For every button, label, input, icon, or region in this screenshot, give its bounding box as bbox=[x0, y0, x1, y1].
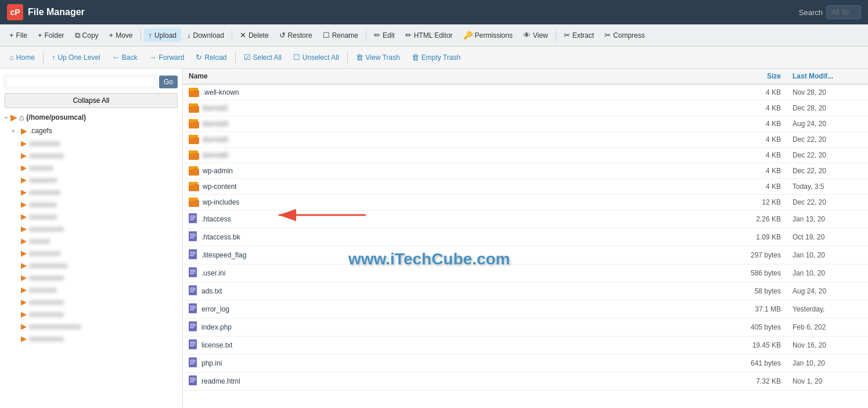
file-name-text: php.ini bbox=[201, 359, 222, 367]
table-row[interactable]: blurred2 4 KB Dec 28, 20 bbox=[183, 101, 868, 116]
unselect-all-icon: ☐ bbox=[293, 53, 300, 62]
folder-button[interactable]: + Folder bbox=[33, 28, 69, 42]
svg-rect-39 bbox=[190, 309, 194, 310]
back-button[interactable]: ← Back bbox=[107, 51, 142, 64]
tree-item-blurred-2[interactable]: ▶ xxxxxxxxxx bbox=[0, 149, 182, 162]
table-row[interactable]: .htaccess.bk 1.09 KB Oct 19, 20 bbox=[183, 228, 868, 246]
restore-button[interactable]: ↺ Restore bbox=[275, 28, 317, 42]
edit-button[interactable]: ✏ Edit bbox=[369, 28, 399, 42]
file-icon bbox=[189, 267, 197, 279]
table-row[interactable]: .user.ini 586 bytes Jan 10, 20 bbox=[183, 264, 868, 282]
file-name-cell: blurred5 bbox=[183, 148, 729, 163]
tree-item-blurred-8[interactable]: ▶ xxxxxxxxxx bbox=[0, 223, 182, 235]
file-name-cell: .user.ini bbox=[183, 264, 729, 282]
blurred-label-5: xxxxxxxxx bbox=[29, 188, 60, 196]
file-icon bbox=[189, 249, 197, 261]
tree-item-blurred-9[interactable]: ▶ xxxxxx bbox=[0, 235, 182, 247]
empty-trash-button[interactable]: 🗑 Empty Trash bbox=[407, 51, 465, 64]
tree-item-blurred-13[interactable]: ▶ xxxxxxxx bbox=[0, 284, 182, 296]
tree-item-blurred-6[interactable]: ▶ xxxxxxxx bbox=[0, 198, 182, 210]
empty-trash-label: Empty Trash bbox=[422, 53, 460, 62]
table-row[interactable]: blurred4 4 KB Dec 22, 20 bbox=[183, 132, 868, 148]
svg-rect-13 bbox=[189, 183, 194, 185]
table-row[interactable]: wp-includes 12 KB Dec 22, 20 bbox=[183, 195, 868, 210]
forward-button[interactable]: → Forward bbox=[144, 51, 189, 64]
tree-item-blurred-5[interactable]: ▶ xxxxxxxxx bbox=[0, 186, 182, 198]
table-row[interactable]: license.txt 19.45 KB Nov 16, 20 bbox=[183, 337, 868, 355]
tree-item-blurred-15[interactable]: ▶ xxxxxxxxxx bbox=[0, 308, 182, 320]
tree-item-blurred-16[interactable]: ▶ xxxxxxxxxxxxxxx bbox=[0, 320, 182, 332]
file-name-cell: wp-admin bbox=[183, 163, 729, 179]
html-editor-button[interactable]: ✏ HTML Editor bbox=[401, 28, 458, 42]
tree-item-blurred-10[interactable]: ▶ xxxxxxxxx bbox=[0, 247, 182, 259]
file-date-cell: Feb 6, 202 bbox=[787, 318, 868, 337]
folder-icon bbox=[189, 166, 198, 176]
table-row[interactable]: .htaccess 2.26 KB Jan 13, 20 bbox=[183, 210, 868, 228]
search-label: Search bbox=[799, 8, 823, 17]
tree-item-blurred-3[interactable]: ▶ xxxxxxx bbox=[0, 162, 182, 174]
tree-item-blurred-1[interactable]: ▶ xxxxxxxxx bbox=[0, 137, 182, 149]
table-row[interactable]: blurred3 4 KB Aug 24, 20 bbox=[183, 116, 868, 132]
table-row[interactable]: php.ini 641 bytes Jan 10, 20 bbox=[183, 355, 868, 373]
table-row[interactable]: error_log 37.1 MB Yesterday, bbox=[183, 300, 868, 318]
search-input[interactable] bbox=[826, 5, 861, 19]
permissions-button[interactable]: 🔑 Permissions bbox=[459, 28, 517, 42]
delete-button[interactable]: ✕ Delete bbox=[235, 28, 273, 42]
copy-button[interactable]: ⧉ Copy bbox=[70, 28, 103, 42]
file-name-cell: blurred3 bbox=[183, 116, 729, 132]
table-row[interactable]: .litespeed_flag 297 bytes Jan 10, 20 bbox=[183, 246, 868, 264]
view-trash-button[interactable]: 🗑 View Trash bbox=[351, 51, 405, 64]
file-size-cell: 4 KB bbox=[729, 148, 787, 163]
file-size-cell: 1.09 KB bbox=[729, 228, 787, 246]
go-button[interactable]: Go bbox=[159, 76, 178, 88]
file-icon bbox=[189, 321, 197, 333]
folder-icon bbox=[189, 119, 198, 128]
compress-button[interactable]: ✂ Compress bbox=[600, 28, 650, 42]
table-row[interactable]: .well-known 4 KB Nov 28, 20 bbox=[183, 84, 868, 101]
nav-sep-1 bbox=[43, 52, 44, 63]
tree-root-item[interactable]: − ▶ ⌂ (/home/posumcal) bbox=[0, 110, 182, 124]
svg-rect-1 bbox=[189, 89, 194, 91]
tree-item-blurred-14[interactable]: ▶ xxxxxxxxxx bbox=[0, 296, 182, 308]
reload-button[interactable]: ↻ Reload bbox=[191, 51, 231, 64]
tree-item-blurred-12[interactable]: ▶ xxxxxxxxxx bbox=[0, 271, 182, 284]
tree-item-blurred-7[interactable]: ▶ xxxxxxxx bbox=[0, 210, 182, 223]
file-size-cell: 37.1 MB bbox=[729, 300, 787, 318]
table-row[interactable]: index.php 405 bytes Feb 6, 202 bbox=[183, 318, 868, 337]
collapse-all-button[interactable]: Collapse All bbox=[5, 93, 178, 108]
path-input[interactable] bbox=[5, 76, 157, 88]
extract-button[interactable]: ✂ Extract bbox=[559, 28, 599, 42]
unselect-all-button[interactable]: ☐ Unselect All bbox=[289, 51, 344, 64]
table-row[interactable]: ads.txt 58 bytes Aug 24, 20 bbox=[183, 282, 868, 300]
tree-item-blurred-17[interactable]: ▶ xxxxxxxxxx bbox=[0, 332, 182, 345]
tree-item-blurred-4[interactable]: ▶ xxxxxxxx bbox=[0, 174, 182, 186]
blurred-label-3: xxxxxxx bbox=[29, 164, 53, 172]
select-all-button[interactable]: ☑ Select All bbox=[239, 51, 286, 64]
table-row[interactable]: blurred5 4 KB Dec 22, 20 bbox=[183, 148, 868, 163]
table-row[interactable]: wp-content 4 KB Today, 3:5 bbox=[183, 179, 868, 195]
col-name[interactable]: Name bbox=[183, 69, 729, 84]
table-row[interactable]: readme.html 7.32 KB Nov 1, 20 bbox=[183, 373, 868, 391]
col-date[interactable]: Last Modif... bbox=[787, 69, 868, 84]
svg-rect-55 bbox=[190, 381, 194, 382]
tree-item-blurred-11[interactable]: ▶ xxxxxxxxxxx bbox=[0, 259, 182, 271]
file-name-text: .htaccess.bk bbox=[201, 233, 240, 241]
download-button[interactable]: ↓ Download bbox=[182, 28, 229, 42]
file-name-cell: wp-includes bbox=[183, 195, 729, 210]
svg-rect-54 bbox=[190, 380, 196, 381]
upload-button[interactable]: ↑ Upload bbox=[144, 28, 182, 42]
tree-item-cagefs[interactable]: + ▶ .cagefs bbox=[0, 124, 182, 137]
table-row[interactable]: wp-admin 4 KB Dec 22, 20 bbox=[183, 163, 868, 179]
view-button[interactable]: 👁 View bbox=[518, 28, 553, 42]
move-button[interactable]: + Move bbox=[105, 28, 138, 42]
home-button[interactable]: ⌂ Home bbox=[5, 51, 39, 64]
rename-button[interactable]: ☐ Rename bbox=[318, 28, 363, 42]
file-button[interactable]: + File bbox=[5, 28, 32, 42]
folder-icon-b5: ▶ bbox=[21, 188, 27, 196]
col-size[interactable]: Size bbox=[729, 69, 787, 84]
folder-icon-b1: ▶ bbox=[21, 139, 27, 148]
svg-rect-37 bbox=[190, 306, 196, 307]
top-header: cP File Manager Search bbox=[0, 0, 868, 24]
up-one-level-button[interactable]: ↑ Up One Level bbox=[47, 51, 105, 64]
forward-icon: → bbox=[149, 53, 156, 62]
